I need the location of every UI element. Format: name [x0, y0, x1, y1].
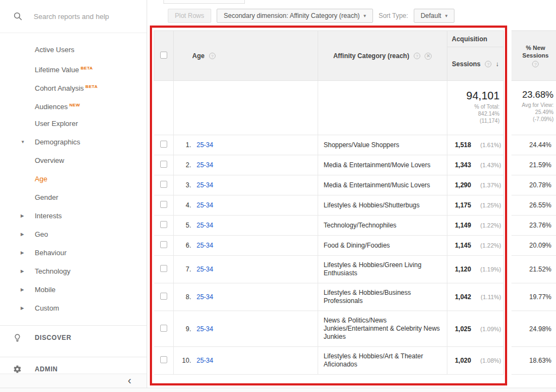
row-rank: 6.: [178, 242, 191, 249]
sidebar-item-label: Audiences: [35, 103, 68, 111]
new-sessions-value: 24.98%: [511, 311, 556, 347]
select-all-checkbox[interactable]: [160, 52, 167, 59]
row-rank: 1.: [178, 141, 191, 149]
expand-arrow-icon[interactable]: ▶: [21, 299, 24, 318]
secondary-dimension-button[interactable]: Secondary dimension: Affinity Category (…: [217, 9, 373, 23]
sidebar-item-label: DISCOVER: [35, 334, 71, 342]
sidebar-search[interactable]: Search reports and help: [0, 0, 147, 33]
age-link[interactable]: 25-34: [197, 265, 213, 273]
row-checkbox[interactable]: [160, 221, 167, 228]
affinity-value: Lifestyles & Hobbies/Business Profession…: [318, 283, 447, 311]
sidebar-item-overview[interactable]: Overview: [0, 151, 147, 170]
expand-arrow-icon[interactable]: ▼: [21, 133, 25, 151]
report-table-wrap: Age ? Affinity Category (reach) ? ✕ Acqu…: [154, 30, 556, 375]
sidebar-item-interests[interactable]: ▶ Interests: [0, 207, 147, 225]
remove-secondary-dimension-icon[interactable]: ✕: [425, 53, 432, 60]
sidebar-item-discover[interactable]: DISCOVER: [0, 325, 147, 349]
affinity-value: Technology/Technophiles: [318, 216, 447, 236]
sidebar-item-label: Technology: [35, 267, 71, 275]
sessions-percent: (1.08%): [473, 357, 501, 364]
chevron-down-icon: ▾: [364, 13, 367, 18]
sessions-value: 1,149: [455, 222, 471, 229]
age-link[interactable]: 25-34: [197, 201, 213, 209]
help-icon[interactable]: ?: [485, 61, 491, 67]
sessions-value: 1,042: [455, 293, 471, 301]
sidebar-item-label: Cohort Analysis: [35, 84, 84, 92]
sidebar-item-mobile[interactable]: ▶ Mobile: [0, 281, 147, 299]
sidebar-item-user-explorer[interactable]: User Explorer: [0, 115, 147, 133]
row-checkbox[interactable]: [160, 141, 167, 148]
row-checkbox[interactable]: [160, 293, 167, 300]
table-row: 8.25-34 Lifestyles & Hobbies/Business Pr…: [154, 283, 556, 311]
sidebar-item-age[interactable]: Age: [0, 170, 147, 188]
sidebar-item-lifetime-value[interactable]: Lifetime ValueBETA: [0, 59, 147, 78]
sidebar-item-label: User Explorer: [35, 119, 78, 128]
expand-arrow-icon[interactable]: ▶: [21, 207, 24, 225]
expand-arrow-icon[interactable]: ▶: [21, 244, 24, 262]
sidebar-item-gender[interactable]: Gender: [0, 188, 147, 207]
column-header-new-sessions[interactable]: % New Sessions ?: [511, 31, 556, 81]
column-header-age[interactable]: Age ?: [174, 31, 318, 81]
sessions-header-label: Sessions: [452, 60, 481, 68]
row-checkbox[interactable]: [160, 356, 167, 363]
sidebar-item-active-users[interactable]: Active Users: [0, 41, 147, 59]
table-row: 2.25-34 Media & Entertainment/Movie Love…: [154, 155, 556, 175]
plot-rows-button[interactable]: Plot Rows: [168, 9, 211, 23]
sidebar-item-geo[interactable]: ▶ Geo: [0, 225, 147, 244]
age-link[interactable]: 25-34: [197, 161, 213, 169]
sidebar-item-behaviour[interactable]: ▶ Behaviour: [0, 244, 147, 262]
age-link[interactable]: 25-34: [197, 325, 213, 333]
age-link[interactable]: 25-34: [197, 141, 213, 149]
row-checkbox[interactable]: [160, 181, 167, 188]
sidebar-item-badge: BETA: [80, 66, 92, 71]
sidebar-collapse-button[interactable]: ‹: [0, 374, 147, 388]
sidebar-item-cohort-analysis[interactable]: Cohort AnalysisBETA: [0, 78, 147, 96]
row-checkbox[interactable]: [160, 201, 167, 208]
age-link[interactable]: 25-34: [197, 357, 213, 364]
affinity-value: News & Politics/News Junkies/Entertainme…: [318, 311, 447, 347]
row-checkbox[interactable]: [160, 161, 167, 168]
age-link[interactable]: 25-34: [197, 293, 213, 301]
sidebar-item-custom[interactable]: ▶ Custom: [0, 299, 147, 318]
expand-arrow-icon[interactable]: ▶: [21, 281, 24, 299]
sidebar-item-technology[interactable]: ▶ Technology: [0, 262, 147, 281]
sort-type-button[interactable]: Default ▾: [414, 9, 455, 23]
sessions-value: 1,290: [455, 181, 471, 189]
row-checkbox[interactable]: [160, 241, 167, 248]
table-row: 10.25-34 Lifestyles & Hobbies/Art & Thea…: [154, 347, 556, 375]
new-sessions-value: 20.09%: [511, 236, 556, 256]
sidebar-item-demographics[interactable]: ▼ Demographics: [0, 133, 147, 151]
affinity-value: Lifestyles & Hobbies/Green Living Enthus…: [318, 256, 447, 283]
table-row: 4.25-34 Lifestyles & Hobbies/Shutterbugs…: [154, 195, 556, 216]
select-all-header: [154, 31, 174, 81]
collapse-chevron-icon: ‹: [128, 374, 131, 386]
sidebar: Search reports and help Active Users Lif…: [0, 0, 147, 392]
row-checkbox[interactable]: [160, 325, 167, 332]
table-row: 6.25-34 Food & Dining/Foodies 1,145 (1.2…: [154, 236, 556, 256]
sessions-percent: (1.19%): [473, 266, 501, 273]
app-root: Search reports and help Active Users Lif…: [0, 0, 556, 392]
sidebar-item-label: Custom: [35, 304, 59, 312]
expand-arrow-icon[interactable]: ▶: [21, 225, 24, 244]
new-sessions-value: 19.77%: [511, 283, 556, 311]
help-icon[interactable]: ?: [532, 61, 539, 67]
table-row: 9.25-34 News & Politics/News Junkies/Ent…: [154, 311, 556, 347]
row-checkbox[interactable]: [160, 265, 167, 272]
sidebar-item-audiences[interactable]: AudiencesNEW: [0, 96, 147, 115]
help-icon[interactable]: ?: [414, 53, 420, 59]
expand-arrow-icon[interactable]: ▶: [21, 262, 24, 281]
new-sessions-total: 23.68%: [512, 90, 556, 100]
age-link[interactable]: 25-34: [197, 181, 213, 189]
column-header-affinity[interactable]: Affinity Category (reach) ? ✕: [318, 31, 447, 81]
column-header-sessions[interactable]: Sessions ? ↓: [447, 47, 504, 81]
sessions-percent: (1.43%): [473, 162, 501, 168]
sessions-percent: (1.22%): [473, 242, 501, 249]
sessions-total-detail: % of Total:842.14%(11,174): [448, 103, 503, 124]
new-sessions-value: 18.63%: [511, 347, 556, 375]
age-link[interactable]: 25-34: [197, 222, 213, 229]
age-link[interactable]: 25-34: [197, 242, 213, 249]
sort-descending-icon[interactable]: ↓: [496, 60, 499, 68]
column-gap: [504, 31, 511, 81]
sidebar-item-label: Behaviour: [35, 249, 67, 257]
help-icon[interactable]: ?: [209, 53, 216, 59]
